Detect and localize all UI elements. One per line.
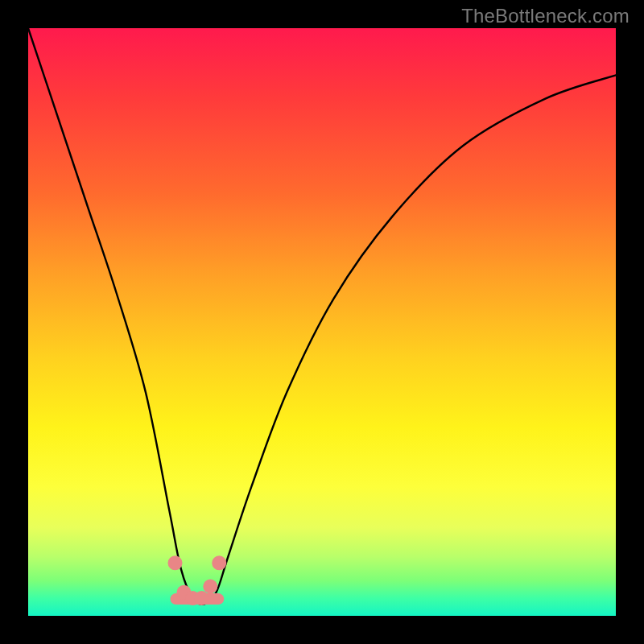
watermark-text: TheBottleneck.com xyxy=(461,5,630,27)
chart-frame: TheBottleneck.com xyxy=(0,0,644,644)
plot-area xyxy=(28,28,616,616)
curve-line xyxy=(28,28,616,605)
marker-dot xyxy=(212,555,226,570)
marker-dot xyxy=(194,591,208,605)
bottleneck-curve xyxy=(28,28,616,616)
marker-dot xyxy=(168,555,183,570)
curve-markers xyxy=(168,555,227,605)
marker-dot xyxy=(203,580,217,594)
